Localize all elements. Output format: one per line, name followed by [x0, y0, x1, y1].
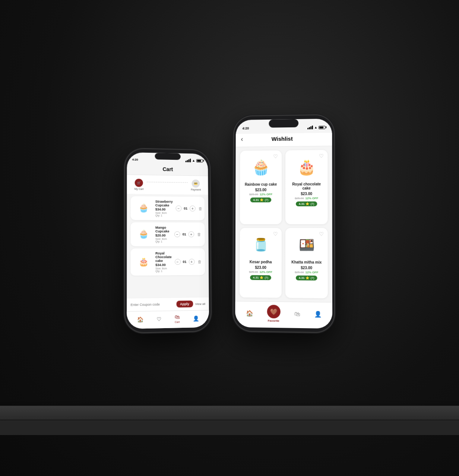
original-price-0: $25.00	[249, 193, 258, 196]
wishlist-original-row-1: $25.00 12% OFF	[295, 197, 318, 200]
nav-home[interactable]: 🏠	[137, 316, 143, 323]
qty-decrease-1[interactable]: −	[174, 231, 180, 237]
wifi-icon: ▲	[192, 159, 195, 162]
wishlist-price-row-1: $23.00	[301, 192, 312, 196]
heart-icon: ♡	[157, 316, 162, 322]
cart-item-info-1: Mango Cupcake $20.00 Size: 8cm Qty: 1	[155, 226, 171, 243]
phones-container: 4:20 ▲ Cart	[125, 115, 334, 361]
qty-increase-1[interactable]: +	[188, 231, 194, 237]
coupon-view-all[interactable]: View all	[195, 302, 205, 305]
cart-item-price-0: $34.00	[155, 207, 173, 211]
original-price-1: $25.00	[295, 197, 304, 200]
step-mycart: 🛒 My Cart	[134, 179, 144, 190]
wishlist-price-2: $23.00	[255, 265, 266, 269]
wishlist-price-0: $23.00	[255, 188, 266, 192]
cart-item-img-1: 🧁	[134, 225, 152, 243]
step-payment: 💳 Payment	[191, 180, 201, 191]
wnav-favorite-label: Favorite	[268, 319, 279, 323]
cart-item-0: 🧁 Strawberry Cupcake $34.00 Size: 8cm Qt…	[131, 196, 205, 220]
nav-cart-active[interactable]: 🛍 Cart	[175, 314, 180, 324]
wishlist-bottom-nav: 🏠 🤎 Favorite 🛍 👤	[235, 301, 332, 329]
shelf-front	[0, 420, 459, 435]
wnav-cart-icon: 🛍	[294, 311, 300, 317]
wishlist-heart-2[interactable]: ♡	[273, 231, 278, 237]
discount-2: 12% OFF	[260, 270, 272, 273]
wnav-favorite-active[interactable]: 🤎 Favorite	[267, 305, 280, 323]
back-button[interactable]: ‹	[241, 135, 247, 143]
step-circle-payment: 💳	[192, 180, 200, 188]
wnav-profile[interactable]: 👤	[314, 311, 322, 318]
wnav-cart[interactable]: 🛍	[294, 311, 300, 317]
cart-item-info-2: Royal Chocolate cake $34.00 Size: 8cm Qt…	[155, 251, 172, 272]
qty-value-1: 01	[182, 232, 187, 236]
wnav-home[interactable]: 🏠	[246, 310, 253, 317]
cart-bottom-nav: 🏠 ♡ 🛍 Cart 👤	[127, 310, 209, 329]
wishlist-name-3: Khatta mitha mix	[291, 260, 322, 264]
rating-value-3: 4.31	[299, 276, 305, 279]
wifi-icon-right: ▲	[314, 126, 317, 129]
wishlist-card-2: ♡ 🫙 Kesar pedha $23.00 $25.00 12% OFF 4.…	[240, 228, 282, 298]
original-price-3: $25.00	[295, 270, 304, 274]
shelf-surface	[0, 406, 459, 420]
rating-value-2: 4.31	[253, 276, 259, 279]
delete-item-0[interactable]: 🗑	[199, 206, 203, 211]
wnav-home-icon: 🏠	[246, 310, 253, 317]
coupon-input[interactable]	[130, 302, 174, 307]
rating-badge-3: 4.31 ⭐ (7)	[296, 275, 317, 280]
cart-item-name-0: Strawberry Cupcake	[155, 200, 173, 207]
wishlist-header: ‹ Wishlist	[236, 133, 332, 147]
wishlist-grid: ♡ 🧁 Rainbow cup cake $23.00 $25.00 12% O…	[235, 146, 332, 302]
signal-icon-right	[307, 126, 313, 129]
wishlist-original-row-2: $25.00 12% OFF	[249, 270, 272, 273]
delete-item-2[interactable]: 🗑	[197, 260, 202, 264]
nav-wishlist[interactable]: ♡	[157, 316, 162, 322]
qty-increase-2[interactable]: +	[189, 259, 194, 265]
wishlist-price-1: $23.00	[301, 192, 312, 196]
delete-item-1[interactable]: 🗑	[197, 232, 201, 237]
wishlist-name-1: Royal chocolate cake	[289, 182, 324, 190]
qty-decrease-0[interactable]: −	[176, 206, 182, 212]
qty-decrease-2[interactable]: −	[175, 259, 181, 265]
rating-badge-2: 4.31 ⭐ (7)	[250, 275, 271, 280]
cart-nav-label: Cart	[175, 321, 180, 323]
cart-item-img-0: 🧁	[134, 199, 152, 217]
wishlist-card-0: ♡ 🧁 Rainbow cup cake $23.00 $25.00 12% O…	[240, 150, 282, 224]
wishlist-original-row-3: $25.00 12% OFF	[295, 270, 318, 274]
wnav-heart-icon: 🤎	[270, 308, 277, 315]
cart-item-price-2: $34.00	[155, 263, 172, 267]
rating-badge-0: 4.31 ⭐ (7)	[250, 197, 271, 202]
rating-count-2: (7)	[265, 276, 268, 279]
wishlist-img-0: 🧁	[246, 154, 275, 180]
cart-item-1: 🧁 Mango Cupcake $20.00 Size: 8cm Qty: 1 …	[130, 222, 205, 246]
discount-0: 12% OFF	[260, 193, 272, 196]
cart-item-qty-1: − 01 +	[174, 231, 194, 237]
coupon-apply-button[interactable]: Apply	[176, 301, 193, 308]
wnav-favorite-bg: 🤎	[267, 305, 280, 318]
wishlist-name-0: Rainbow cup cake	[245, 182, 277, 186]
wishlist-heart-3[interactable]: ♡	[319, 231, 324, 237]
shelf-scene	[0, 346, 459, 476]
battery-icon-right	[319, 126, 325, 129]
status-icons-left: ▲	[186, 159, 203, 163]
nav-profile[interactable]: 👤	[193, 315, 199, 321]
cart-item-meta-1: Size: 8cm Qty: 1	[155, 238, 171, 243]
home-icon: 🏠	[137, 316, 143, 323]
left-phone: 4:20 ▲ Cart	[125, 149, 211, 333]
wishlist-price-row-3: $23.00	[301, 266, 312, 270]
cart-item-info-0: Strawberry Cupcake $34.00 Size: 8cm Qty:…	[155, 200, 173, 217]
time-right: 4:20	[243, 127, 249, 130]
profile-icon: 👤	[193, 315, 199, 321]
cart-item-qty-0: − 01 +	[176, 206, 196, 212]
rating-value-0: 4.31	[253, 198, 259, 201]
discount-1: 12% OFF	[306, 197, 318, 200]
dynamic-island-right	[269, 119, 299, 128]
wishlist-card-1: ♡ 🎂 Royal chocolate cake $23.00 $25.00 1…	[285, 150, 328, 224]
cart-items-list: 🧁 Strawberry Cupcake $34.00 Size: 8cm Qt…	[127, 194, 209, 298]
wishlist-heart-1[interactable]: ♡	[319, 153, 324, 159]
cart-item-meta-2: Size: 8cm Qty: 1	[155, 267, 172, 272]
rating-count-3: (7)	[311, 276, 314, 279]
cart-stepper: 🛒 My Cart 💳 Payment	[127, 175, 208, 194]
signal-icon	[186, 159, 191, 162]
qty-increase-0[interactable]: +	[190, 206, 196, 212]
wishlist-heart-0[interactable]: ♡	[273, 153, 278, 159]
